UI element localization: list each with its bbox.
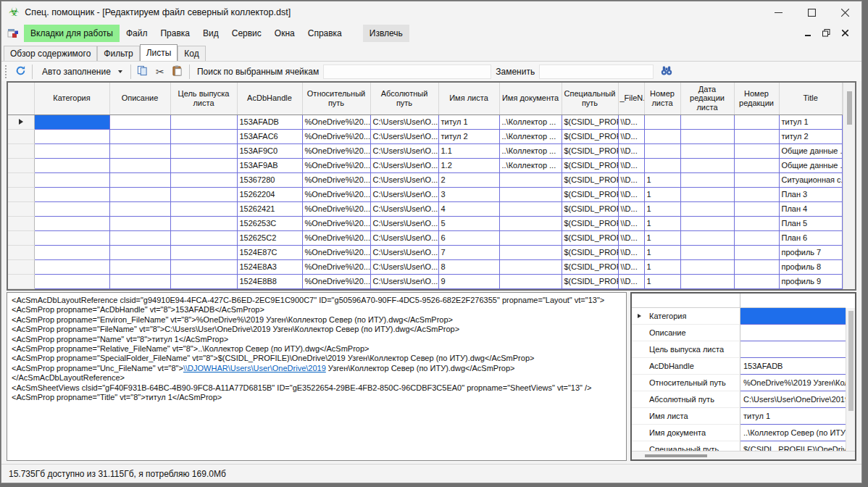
table-cell-sheet-revision-date[interactable]: [680, 158, 734, 172]
table-cell-file-n[interactable]: \\D...: [618, 216, 644, 230]
table-cell-sheet-revision-date[interactable]: [680, 129, 734, 143]
property-label-document-name[interactable]: Имя документа: [646, 425, 740, 441]
table-cell-absolute-path[interactable]: C:\Users\User\O...: [370, 245, 438, 259]
table-cell-absolute-path[interactable]: C:\Users\User\O...: [370, 216, 438, 230]
table-cell-document-name[interactable]: [499, 216, 562, 230]
table-cell-sheet-number[interactable]: [644, 158, 680, 172]
table-cell-sheet-issue-purpose[interactable]: [170, 187, 237, 201]
menu-item-work-tabs[interactable]: Вкладки для работы: [24, 25, 120, 42]
table-cell-relative-path[interactable]: %OneDrive%\20...: [302, 259, 370, 274]
table-cell-revision-number[interactable]: [734, 201, 779, 216]
table-cell-document-name[interactable]: [499, 230, 562, 245]
table-cell-acdbhandle[interactable]: 15262204: [237, 187, 302, 201]
xml-view[interactable]: <AcSmAcDbLayoutReference clsid="g94910E9…: [7, 292, 627, 461]
table-cell-acdbhandle[interactable]: 15367280: [237, 172, 302, 187]
table-cell-sheet-name[interactable]: 5: [438, 216, 499, 230]
column-header-document-name[interactable]: Имя документа: [499, 83, 562, 115]
table-cell-category[interactable]: [34, 143, 109, 158]
replace-input[interactable]: [539, 64, 654, 79]
property-label-description[interactable]: Описание: [646, 325, 740, 341]
table-cell-sheet-issue-purpose[interactable]: [170, 274, 237, 288]
property-value-absolute-path[interactable]: C:\Users\User\OneDrive\2019: [740, 391, 846, 408]
replace-label[interactable]: Заменить: [491, 67, 539, 77]
mdi-close-icon[interactable]: [842, 30, 848, 36]
table-cell-title[interactable]: План 5: [779, 216, 843, 230]
table-cell-revision-number[interactable]: [734, 187, 779, 201]
close-button-icon[interactable]: [828, 1, 861, 23]
table-cell-special-path[interactable]: $(CSIDL_PROFI...: [562, 201, 618, 216]
table-cell-sheet-number[interactable]: 1: [644, 230, 680, 245]
table-cell-category[interactable]: [34, 201, 109, 216]
table-cell-title[interactable]: План 4: [779, 201, 843, 216]
property-label-sheet-name[interactable]: Имя листа: [646, 408, 740, 425]
table-cell-sheet-name[interactable]: 8: [438, 259, 499, 274]
find-button[interactable]: [658, 64, 675, 80]
table-cell-category[interactable]: [34, 230, 109, 245]
mdi-restore-icon[interactable]: [822, 29, 830, 37]
table-cell-acdbhandle[interactable]: 1524E87C: [237, 245, 302, 259]
table-cell-file-n[interactable]: \\D...: [618, 259, 644, 274]
table-cell-sheet-issue-purpose[interactable]: [170, 259, 237, 274]
table-cell-sheet-name[interactable]: 6: [438, 230, 499, 245]
table-cell-revision-number[interactable]: [734, 245, 779, 259]
table-cell-document-name[interactable]: [499, 187, 562, 201]
table-cell-relative-path[interactable]: %OneDrive%\20...: [302, 172, 370, 187]
table-cell-relative-path[interactable]: %OneDrive%\20...: [302, 115, 370, 129]
table-cell-document-name[interactable]: ..\Коллектор ...: [499, 143, 562, 158]
table-cell-relative-path[interactable]: %OneDrive%\20...: [302, 274, 370, 288]
column-header-sheet-name[interactable]: Имя листа: [438, 83, 499, 115]
row-selector-cell[interactable]: [8, 172, 34, 187]
table-cell-sheet-revision-date[interactable]: [680, 259, 734, 274]
menu-item-service[interactable]: Сервис: [225, 25, 268, 42]
table-cell-absolute-path[interactable]: C:\Users\User\O...: [370, 201, 438, 216]
table-cell-description[interactable]: [109, 259, 170, 274]
table-cell-relative-path[interactable]: %OneDrive%\20...: [302, 129, 370, 143]
table-cell-title[interactable]: План 3: [779, 187, 843, 201]
table-cell-file-n[interactable]: \\D...: [618, 129, 644, 143]
column-header-sheet-revision-date[interactable]: Дата редакции листа: [680, 83, 734, 115]
row-selector-cell[interactable]: [8, 115, 34, 129]
table-cell-special-path[interactable]: $(CSIDL_PROFI...: [562, 143, 618, 158]
table-cell-sheet-number[interactable]: 1: [644, 259, 680, 274]
search-input[interactable]: [323, 64, 491, 79]
row-selector-cell[interactable]: [8, 129, 34, 143]
table-cell-acdbhandle[interactable]: 152625C2: [237, 230, 302, 245]
table-cell-category[interactable]: [34, 158, 109, 172]
table-cell-sheet-issue-purpose[interactable]: [170, 245, 237, 259]
table-cell-description[interactable]: [109, 129, 170, 143]
table-cell-file-n[interactable]: \\D...: [618, 245, 644, 259]
table-cell-revision-number[interactable]: [734, 230, 779, 245]
table-cell-special-path[interactable]: $(CSIDL_PROFI...: [562, 187, 618, 201]
column-header-category[interactable]: Категория: [34, 83, 109, 115]
maximize-button-icon[interactable]: [795, 1, 828, 23]
property-value-special-path[interactable]: $(CSIDL_PROFILE)\OneDrive\: [740, 441, 846, 451]
table-cell-description[interactable]: [109, 201, 170, 216]
table-cell-document-name[interactable]: [499, 259, 562, 274]
table-cell-absolute-path[interactable]: C:\Users\User\O...: [370, 143, 438, 158]
table-cell-sheet-name[interactable]: 7: [438, 245, 499, 259]
refresh-button[interactable]: [12, 64, 29, 80]
table-cell-title[interactable]: профиль 7: [779, 245, 843, 259]
menu-item-windows[interactable]: Окна: [268, 25, 301, 42]
table-cell-sheet-revision-date[interactable]: [680, 172, 734, 187]
property-label-absolute-path[interactable]: Абсолютный путь: [646, 391, 740, 408]
table-cell-acdbhandle[interactable]: 1524E8B8: [237, 274, 302, 288]
property-value-acdbhandle[interactable]: 153AFADB: [740, 358, 846, 375]
table-cell-sheet-number[interactable]: 1: [644, 245, 680, 259]
table-cell-sheet-issue-purpose[interactable]: [170, 115, 237, 129]
table-cell-title[interactable]: План 6: [779, 230, 843, 245]
table-cell-acdbhandle[interactable]: 153AF9AB: [237, 158, 302, 172]
row-selector-cell[interactable]: [8, 201, 34, 216]
row-selector-cell[interactable]: [8, 245, 34, 259]
table-cell-title[interactable]: титул 1: [779, 115, 843, 129]
table-cell-title[interactable]: профиль 9: [779, 274, 843, 288]
table-cell-sheet-number[interactable]: 1: [644, 187, 680, 201]
column-header-description[interactable]: Описание: [109, 83, 170, 115]
table-cell-special-path[interactable]: $(CSIDL_PROFI...: [562, 216, 618, 230]
row-selector-cell[interactable]: [8, 187, 34, 201]
table-cell-file-n[interactable]: \\D...: [618, 172, 644, 187]
table-cell-sheet-issue-purpose[interactable]: [170, 230, 237, 245]
table-cell-relative-path[interactable]: %OneDrive%\20...: [302, 245, 370, 259]
table-cell-revision-number[interactable]: [734, 129, 779, 143]
table-cell-special-path[interactable]: $(CSIDL_PROFI...: [562, 158, 618, 172]
